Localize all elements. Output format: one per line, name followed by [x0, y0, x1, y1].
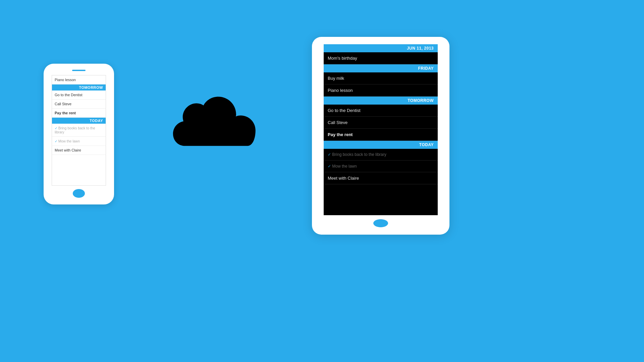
- tablet-list-item-dentist: Go to the Dentist: [324, 105, 438, 117]
- tablet-list-item-bring-books: Bring books back to the library: [324, 149, 438, 161]
- tablet-list-item-meet-claire: Meet with Claire: [324, 172, 438, 184]
- tablet-home-button[interactable]: [373, 219, 388, 227]
- phone-home-button[interactable]: [73, 189, 85, 198]
- phone-list-item-piano-lesson: Piano lesson: [52, 75, 106, 84]
- phone-list-item-meet-claire: Meet with Claire: [52, 146, 106, 155]
- phone-list-item-mow-lawn: Mow the lawn: [52, 137, 106, 146]
- tablet-screen: JUN 11, 2013 Mom's birthday FRIDAY Buy m…: [324, 44, 438, 215]
- cloud-svg: [164, 90, 268, 160]
- phone-list-item-bring-books: Bring books back to the library: [52, 124, 106, 137]
- tablet-device: JUN 11, 2013 Mom's birthday FRIDAY Buy m…: [312, 37, 449, 235]
- tablet-section-friday: FRIDAY: [324, 64, 438, 72]
- phone-device: Piano lesson TOMORROW Go to the Dentist …: [44, 64, 114, 204]
- phone-section-tomorrow: TOMORROW: [52, 84, 106, 90]
- tablet-list-item-mow-lawn: Mow the lawn: [324, 161, 438, 172]
- tablet-list-item-piano-lesson: Piano lesson: [324, 84, 438, 97]
- tablet-section-jun11: JUN 11, 2013: [324, 44, 438, 52]
- tablet-list-item-moms-birthday: Mom's birthday: [324, 52, 438, 64]
- cloud-graphic: [164, 90, 268, 161]
- phone-list-item-call-steve: Call Steve: [52, 100, 106, 109]
- tablet-list-item-buy-milk: Buy milk: [324, 72, 438, 84]
- phone-speaker: [72, 70, 86, 71]
- tablet-section-tomorrow: TOMORROW: [324, 97, 438, 105]
- tablet-section-today: TODAY: [324, 141, 438, 149]
- phone-screen: Piano lesson TOMORROW Go to the Dentist …: [52, 75, 106, 186]
- phone-section-today: TODAY: [52, 118, 106, 124]
- phone-list-item-dentist: Go to the Dentist: [52, 90, 106, 100]
- tablet-list-item-call-steve: Call Steve: [324, 117, 438, 129]
- phone-list-item-pay-rent: Pay the rent: [52, 109, 106, 118]
- tablet-list-item-pay-rent: Pay the rent: [324, 129, 438, 141]
